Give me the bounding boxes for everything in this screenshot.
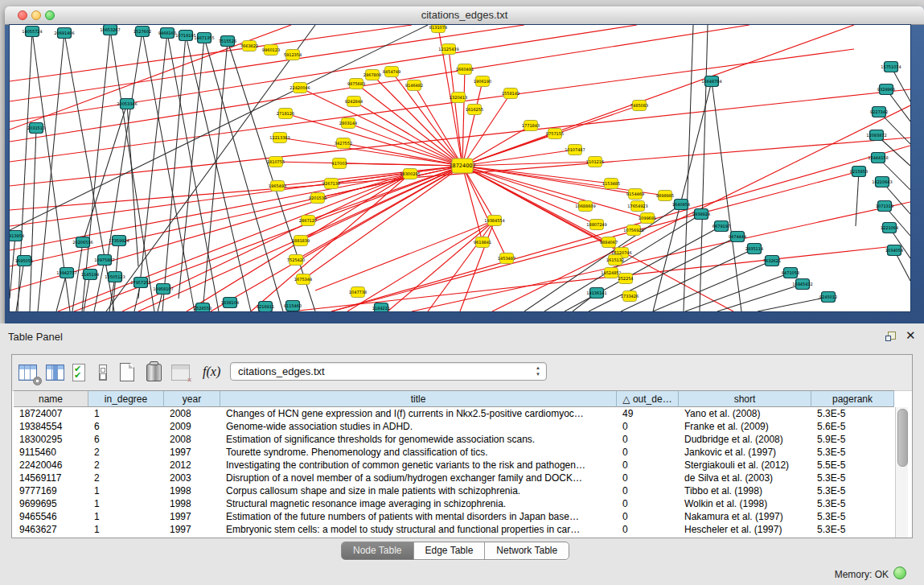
graph-node[interactable] (468, 105, 482, 115)
column-header-short[interactable]: short (679, 390, 811, 407)
graph-node[interactable] (76, 237, 90, 248)
graph-node[interactable] (623, 291, 637, 302)
graph-node[interactable] (633, 101, 647, 111)
graph-node[interactable] (627, 225, 641, 236)
graph-node[interactable] (161, 28, 175, 39)
graph-node[interactable] (136, 27, 150, 37)
graph-node[interactable] (605, 268, 618, 278)
graph-node[interactable] (179, 31, 193, 41)
graph-node[interactable] (342, 118, 355, 129)
column-header-title[interactable]: title (220, 390, 617, 407)
row-options-icon[interactable] (92, 361, 115, 384)
graph-node[interactable] (157, 284, 170, 295)
graph-node[interactable] (524, 121, 538, 131)
graph-node[interactable] (26, 27, 39, 37)
graph-node[interactable] (375, 303, 388, 312)
graph-node[interactable] (822, 292, 836, 303)
graph-node[interactable] (705, 76, 719, 87)
column-header-out_de[interactable]: △ out_de… (617, 390, 679, 407)
table-row[interactable]: 969969511998Structural magnetic resonanc… (14, 497, 895, 510)
graph-node[interactable] (873, 107, 886, 117)
table-settings-icon[interactable] (17, 361, 39, 384)
graph-node[interactable] (221, 36, 235, 47)
graph-node[interactable] (432, 25, 446, 33)
column-header-in_degree[interactable]: in_degree (88, 390, 164, 407)
scrollbar-thumb[interactable] (897, 409, 908, 467)
graph-node[interactable] (286, 50, 300, 60)
graph-node[interactable] (265, 45, 278, 56)
graph-node[interactable] (408, 80, 421, 91)
graph-node[interactable] (488, 216, 502, 226)
graph-node[interactable] (134, 278, 148, 288)
graph-node[interactable] (58, 28, 72, 39)
graph-node[interactable] (590, 220, 604, 230)
network-graph[interactable]: 1872400718300295813107412125439166049119… (10, 25, 910, 311)
column-header-year[interactable]: year (164, 390, 220, 407)
tab-node-table[interactable]: Node Table (342, 542, 413, 559)
graph-node[interactable] (333, 159, 347, 169)
graph-node[interactable] (337, 138, 351, 149)
table-row[interactable]: 977716911998Corpus callosum shape and si… (14, 484, 895, 497)
graph-node[interactable] (350, 79, 363, 89)
graph-node[interactable] (269, 157, 283, 167)
column-header-pagerank[interactable]: pagerank (811, 390, 894, 407)
close-panel-icon[interactable]: ✕ (906, 328, 916, 343)
graph-node[interactable] (442, 44, 456, 55)
graph-node[interactable] (113, 236, 126, 246)
graph-node[interactable] (766, 256, 779, 266)
graph-node[interactable] (290, 255, 303, 266)
graph-node[interactable] (609, 255, 622, 266)
graph-node[interactable] (259, 302, 273, 312)
graph-node[interactable] (109, 272, 122, 282)
graph-node[interactable] (870, 130, 884, 141)
graph-node[interactable] (876, 177, 889, 187)
graph-node[interactable] (325, 179, 339, 189)
graph-node[interactable] (888, 245, 901, 256)
graph-node[interactable] (385, 67, 399, 77)
graph-node[interactable] (347, 97, 361, 107)
graph-node[interactable] (243, 41, 257, 51)
graph-node[interactable] (885, 62, 898, 72)
table-row[interactable]: 1830029562008Estimation of significance … (14, 433, 895, 446)
graph-node[interactable] (569, 145, 582, 155)
table-row[interactable]: 946554611997Estimation of the future num… (14, 510, 895, 523)
graph-node[interactable] (121, 99, 134, 109)
graph-node[interactable] (366, 70, 380, 80)
column-header-name[interactable]: name (14, 390, 88, 407)
table-row[interactable]: 946362711997Embryonic stem cells: a mode… (14, 523, 895, 536)
graph-node[interactable] (294, 83, 307, 93)
memory-indicator[interactable] (893, 566, 906, 579)
graph-node[interactable] (589, 157, 602, 167)
tab-edge-table[interactable]: Edge Table (413, 542, 485, 559)
graph-node[interactable] (476, 76, 490, 87)
graph-node[interactable] (878, 201, 892, 212)
graph-node[interactable] (504, 89, 518, 99)
graph-node[interactable] (104, 25, 117, 35)
network-canvas[interactable]: 1872400718300295813107412125439166049119… (10, 25, 910, 311)
graph-node[interactable] (404, 169, 417, 179)
graph-node[interactable] (18, 256, 31, 266)
graph-node[interactable] (294, 236, 308, 246)
graph-node[interactable] (784, 268, 798, 278)
graph-node[interactable] (351, 287, 365, 298)
function-builder-icon[interactable]: f(x) (203, 361, 225, 384)
graph-node[interactable] (311, 193, 325, 204)
graph-node[interactable] (872, 153, 885, 163)
table-row[interactable]: 911546021997Tourette syndrome. Phenomeno… (14, 446, 895, 459)
graph-node[interactable] (748, 244, 762, 254)
graph-node[interactable] (641, 213, 655, 224)
graph-node[interactable] (631, 201, 645, 212)
show-column-icon[interactable] (44, 361, 67, 384)
graph-node[interactable] (271, 181, 285, 192)
graph-node[interactable] (590, 288, 604, 299)
select-rows-icon[interactable]: ✔✔ (70, 361, 92, 384)
table-row[interactable]: 1456911722003Disruption of a novel membe… (14, 472, 895, 484)
graph-node[interactable] (98, 255, 112, 266)
graph-node[interactable] (548, 129, 562, 139)
graph-node[interactable] (579, 201, 593, 212)
graph-node[interactable] (302, 216, 315, 226)
graph-node[interactable] (84, 270, 97, 280)
table-row[interactable]: 1938455462009Genome-wide association stu… (14, 420, 895, 433)
table-row[interactable]: 2242004622012Investigating the contribut… (14, 459, 895, 472)
graph-node[interactable] (30, 123, 43, 134)
